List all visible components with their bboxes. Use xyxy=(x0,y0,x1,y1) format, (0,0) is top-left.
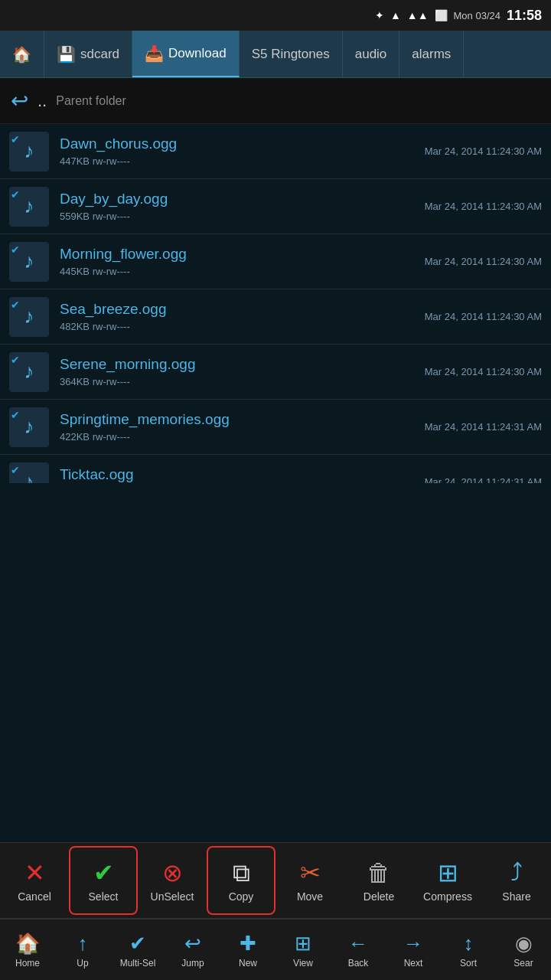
move-action-label: Move xyxy=(297,890,323,903)
file-row[interactable]: ✔ ♪ Sea_breeze.ogg 482KB rw-rw---- Mar 2… xyxy=(0,289,551,345)
file-meta: 364KB rw-rw---- xyxy=(60,376,425,387)
action-select-button[interactable]: ✔ Select xyxy=(69,846,138,915)
multisel-nav-label: Multi-Sel xyxy=(120,958,156,969)
file-meta: 447KB rw-rw---- xyxy=(60,155,425,167)
file-info: Day_by_day.ogg 559KB rw-rw---- xyxy=(60,191,425,222)
file-icon-wrap: ✔ ♪ xyxy=(9,462,49,484)
up-nav-label: Up xyxy=(77,958,88,969)
music-icon: ♪ xyxy=(24,415,34,439)
file-icon-wrap: ✔ ♪ xyxy=(9,242,49,282)
tab-s5ringtones-label: S5 Ringtones xyxy=(252,47,330,62)
compress-action-label: Compress xyxy=(423,890,472,903)
file-row[interactable]: ✔ ♪ Morning_flower.ogg 445KB rw-rw---- M… xyxy=(0,234,551,289)
unselect-action-icon: ⊗ xyxy=(162,858,183,887)
empty-area xyxy=(0,483,551,842)
file-date: Mar 24, 2014 11:24:30 AM xyxy=(425,311,542,322)
tab-alarms-label: alarms xyxy=(412,47,451,62)
file-info: Ticktac.ogg 23.77KB rw-rw---- xyxy=(60,466,425,483)
music-icon: ♪ xyxy=(24,360,34,384)
unselect-action-label: UnSelect xyxy=(151,890,194,903)
action-unselect-button[interactable]: ⊗ UnSelect xyxy=(138,846,207,915)
bluetooth-icon: ✦ xyxy=(375,9,384,21)
action-compress-button[interactable]: ⊞ Compress xyxy=(413,846,482,915)
delete-action-label: Delete xyxy=(364,890,394,903)
jump-nav-icon: ↩ xyxy=(184,932,201,956)
file-meta: 559KB rw-rw---- xyxy=(60,211,425,222)
action-toolbar: ✕ Cancel ✔ Select ⊗ UnSelect ⧉ Copy ✂ Mo… xyxy=(0,842,551,919)
search-nav-icon: ◉ xyxy=(515,932,533,956)
file-check-icon: ✔ xyxy=(11,133,20,145)
action-cancel-button[interactable]: ✕ Cancel xyxy=(0,846,69,915)
tab-download[interactable]: 📥 Download xyxy=(132,31,240,77)
file-icon-wrap: ✔ ♪ xyxy=(9,352,49,392)
multisel-nav-icon: ✔ xyxy=(129,932,146,956)
file-name: Sea_breeze.ogg xyxy=(60,301,425,318)
file-row[interactable]: ✔ ♪ Springtime_memories.ogg 422KB rw-rw-… xyxy=(0,400,551,455)
jump-nav-label: Jump xyxy=(181,958,204,969)
wifi-icon: ▲ xyxy=(390,9,401,21)
file-check-icon: ✔ xyxy=(11,243,20,256)
nav-back-button[interactable]: ← Back xyxy=(331,932,386,969)
back-nav-label: Back xyxy=(348,958,369,969)
file-date: Mar 24, 2014 11:24:31 AM xyxy=(425,476,542,483)
action-delete-button[interactable]: 🗑 Delete xyxy=(344,846,413,915)
file-meta: 445KB rw-rw---- xyxy=(60,266,425,277)
new-nav-icon: ✚ xyxy=(240,932,256,956)
nav-multisel-button[interactable]: ✔ Multi-Sel xyxy=(110,932,165,969)
music-icon: ♪ xyxy=(24,139,34,163)
action-move-button[interactable]: ✂ Move xyxy=(276,846,344,915)
music-icon: ♪ xyxy=(24,194,34,218)
file-check-icon: ✔ xyxy=(11,409,20,421)
parent-row[interactable]: ↩ .. Parent folder xyxy=(0,78,551,124)
file-row[interactable]: ✔ ♪ Dawn_chorus.ogg 447KB rw-rw---- Mar … xyxy=(0,124,551,179)
file-date: Mar 24, 2014 11:24:31 AM xyxy=(425,421,542,433)
file-name: Day_by_day.ogg xyxy=(60,191,425,207)
home-icon: 🏠 xyxy=(12,45,31,64)
compress-action-icon: ⊞ xyxy=(438,858,458,887)
file-info: Sea_breeze.ogg 482KB rw-rw---- xyxy=(60,301,425,332)
file-check-icon: ✔ xyxy=(11,299,20,311)
status-time: 11:58 xyxy=(507,8,542,24)
copy-action-icon: ⧉ xyxy=(233,859,250,887)
file-name: Dawn_chorus.ogg xyxy=(60,136,425,152)
share-action-icon: ⤴ xyxy=(510,859,523,887)
action-share-button[interactable]: ⤴ Share xyxy=(482,846,551,915)
tab-s5ringtones[interactable]: S5 Ringtones xyxy=(240,31,343,77)
file-row[interactable]: ✔ ♪ Ticktac.ogg 23.77KB rw-rw---- Mar 24… xyxy=(0,455,551,483)
music-icon: ♪ xyxy=(24,250,34,273)
new-nav-label: New xyxy=(239,958,257,969)
file-row[interactable]: ✔ ♪ Day_by_day.ogg 559KB rw-rw---- Mar 2… xyxy=(0,179,551,234)
parent-label: Parent folder xyxy=(56,94,126,108)
back-arrow-icon: ↩ xyxy=(11,88,28,113)
search-nav-label: Sear xyxy=(514,958,533,969)
file-row[interactable]: ✔ ♪ Serene_morning.ogg 364KB rw-rw---- M… xyxy=(0,345,551,400)
file-icon-wrap: ✔ ♪ xyxy=(9,187,49,227)
nav-home-button[interactable]: 🏠 Home xyxy=(0,932,55,969)
tab-download-label: Download xyxy=(168,46,227,61)
file-name: Serene_morning.ogg xyxy=(60,356,425,373)
music-icon: ♪ xyxy=(24,305,34,328)
signal-icon: ▲▲ xyxy=(407,9,429,21)
nav-sort-button[interactable]: ↕ Sort xyxy=(441,932,496,969)
tab-alarms[interactable]: alarms xyxy=(399,31,464,77)
file-meta: 422KB rw-rw---- xyxy=(60,431,425,443)
nav-up-button[interactable]: ↑ Up xyxy=(55,932,110,969)
nav-jump-button[interactable]: ↩ Jump xyxy=(165,932,220,969)
file-check-icon: ✔ xyxy=(11,188,20,201)
file-name: Morning_flower.ogg xyxy=(60,246,425,263)
tab-home[interactable]: 🏠 xyxy=(0,31,44,77)
status-bar: ✦ ▲ ▲▲ ⬜ Mon 03/24 11:58 xyxy=(0,0,551,31)
nav-view-button[interactable]: ⊞ View xyxy=(276,932,331,969)
tab-sdcard[interactable]: 💾 sdcard xyxy=(44,31,132,77)
select-action-icon: ✔ xyxy=(93,858,114,887)
file-date: Mar 24, 2014 11:24:30 AM xyxy=(425,145,542,157)
nav-search-button[interactable]: ◉ Sear xyxy=(496,932,551,969)
download-icon: 📥 xyxy=(145,44,164,63)
action-copy-button[interactable]: ⧉ Copy xyxy=(207,846,276,915)
sort-nav-icon: ↕ xyxy=(464,932,474,956)
status-date: Mon 03/24 xyxy=(454,10,500,21)
parent-dots: .. xyxy=(37,91,47,111)
tab-audio[interactable]: audio xyxy=(343,31,400,77)
nav-next-button[interactable]: → Next xyxy=(386,932,441,969)
nav-new-button[interactable]: ✚ New xyxy=(220,932,276,969)
